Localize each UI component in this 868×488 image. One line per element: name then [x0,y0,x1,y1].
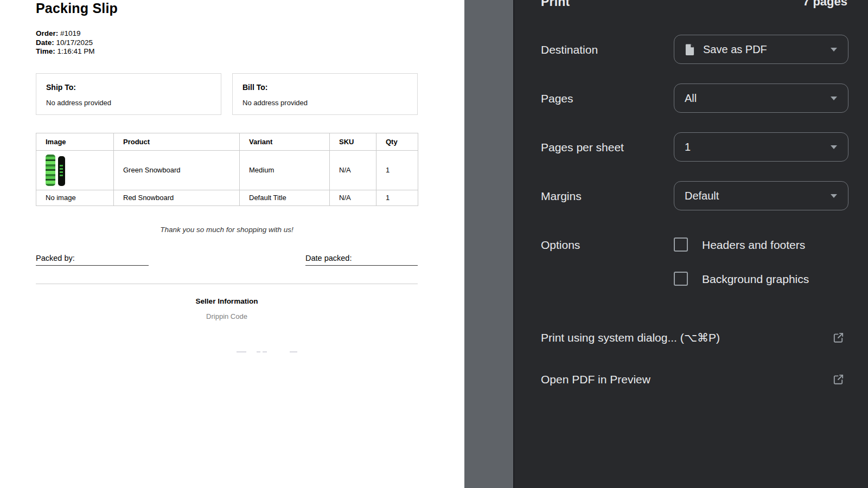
header-variant: Variant [240,133,330,150]
qty-cell: 1 [376,190,418,206]
print-settings-panel: Print 7 pages Destination Save as PDF Pa… [513,0,868,488]
page-title: Packing Slip [36,1,418,16]
product-image-cell: No image [36,190,114,206]
destination-value: Save as PDF [703,43,831,56]
pages-value: All [685,92,831,105]
order-meta: Order: #1019 Date: 10/17/2025 Time: 1:16… [36,29,418,56]
section-divider [36,284,418,284]
sku-cell: N/A [330,190,376,206]
margins-value: Default [685,190,831,202]
thank-you-message: Thank you so much for shopping with us! [36,226,418,234]
pages-select[interactable]: All [674,84,848,113]
options-label: Options [541,239,580,252]
external-link-icon[interactable] [832,331,845,344]
panel-title: Print [541,0,570,9]
pages-per-sheet-value: 1 [685,141,831,153]
print-system-dialog-button[interactable]: Print using system dialog... (⌥⌘P) [541,331,720,344]
chevron-down-icon [831,97,837,100]
chevron-down-icon [831,48,837,52]
pages-label: Pages [541,92,573,105]
date-packed-line: Date packed: [305,254,418,266]
variant-cell: Medium [240,150,330,190]
header-sku: SKU [330,133,376,150]
seller-info-title: Seller Information [36,297,418,305]
margins-label: Margins [541,190,582,203]
product-image-cell [36,150,114,190]
destination-label: Destination [541,43,598,56]
background-graphics-checkbox[interactable] [674,272,688,286]
page-count: 7 pages [803,0,847,9]
packing-slip-page: Packing Slip Order: #1019 Date: 10/17/20… [0,0,464,488]
ship-to-label: Ship To: [46,83,211,92]
clipped-footer-marks [36,350,418,354]
pdf-file-icon [685,43,695,56]
variant-cell: Default Title [240,190,330,206]
pages-per-sheet-select[interactable]: 1 [674,132,848,162]
header-image: Image [36,133,114,150]
time-line: Time: 1:16:41 PM [36,47,418,56]
chevron-down-icon [831,194,837,198]
ship-to-value: No address provided [46,99,211,107]
destination-select[interactable]: Save as PDF [674,35,848,64]
product-cell: Green Snowboard [114,150,240,190]
header-product: Product [114,133,240,150]
snowboard-green-icon [46,155,55,186]
background-graphics-label: Background graphics [702,273,809,286]
ship-to-box: Ship To: No address provided [36,73,221,115]
external-link-icon[interactable] [832,373,845,386]
product-cell: Red Snowboard [114,190,240,206]
seller-name: Drippin Code [36,312,418,320]
margins-select[interactable]: Default [674,181,848,210]
headers-footers-checkbox[interactable] [674,237,688,252]
qty-cell: 1 [376,150,418,190]
snowboard-black-icon [58,156,65,186]
print-preview-backdrop: Packing Slip Order: #1019 Date: 10/17/20… [0,0,513,488]
chevron-down-icon [831,145,837,149]
headers-footers-label: Headers and footers [702,239,805,252]
table-row: No image Red Snowboard Default Title N/A… [36,190,418,206]
order-line: Order: #1019 [36,29,418,38]
bill-to-value: No address provided [242,99,407,107]
packed-by-line: Packed by: [36,254,149,266]
table-header-row: Image Product Variant SKU Qty [36,133,418,150]
table-row: Green Snowboard Medium N/A 1 [36,150,418,190]
date-line: Date: 10/17/2025 [36,38,418,48]
bill-to-label: Bill To: [242,83,407,92]
header-qty: Qty [376,133,418,150]
pages-per-sheet-label: Pages per sheet [541,141,624,154]
bill-to-box: Bill To: No address provided [232,73,418,115]
green-snowboard-thumbnail [46,155,113,186]
sku-cell: N/A [330,150,376,190]
line-items-table: Image Product Variant SKU Qty Green Snow… [36,133,418,206]
open-pdf-preview-button[interactable]: Open PDF in Preview [541,373,650,386]
